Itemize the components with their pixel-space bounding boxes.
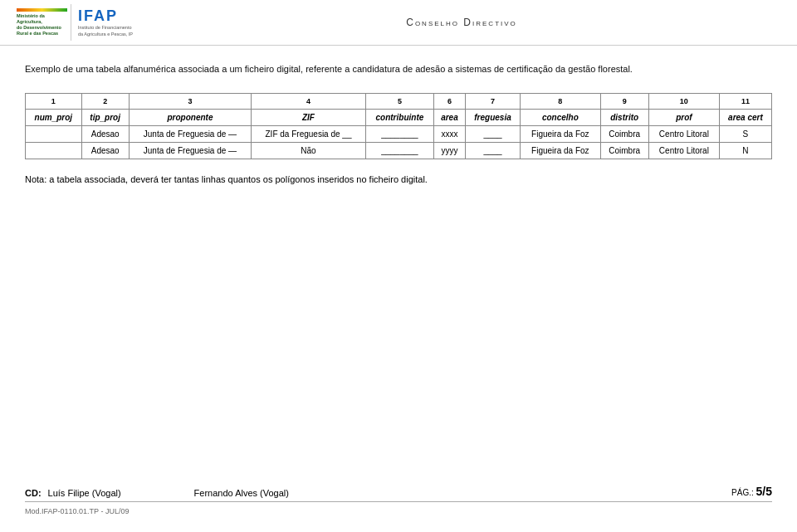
page-title: Conselho Directivo <box>406 17 517 28</box>
cell-distrito-2: Coimbra <box>600 142 648 159</box>
col-num-4: 4 <box>252 93 366 109</box>
cell-concelho-1: Figueira da Foz <box>521 125 600 142</box>
intro-paragraph: Exemplo de uma tabela alfanumérica assoc… <box>25 62 772 76</box>
data-table: 1 2 3 4 5 6 7 8 9 10 11 num_proj tip_pro… <box>25 93 772 159</box>
col-header-contribuinte: contribuinte <box>365 109 433 125</box>
ifap-description: Instituto de Financiamento da Agricultur… <box>78 25 133 37</box>
main-content: Exemplo de uma tabela alfanumérica assoc… <box>0 46 797 194</box>
cell-area-cert-2: N <box>719 142 771 159</box>
page-fraction: 5/5 <box>756 485 772 498</box>
col-num-7: 7 <box>465 93 520 109</box>
cell-area-2: yyyy <box>434 142 466 159</box>
cell-prof-2: Centro Litoral <box>648 142 719 159</box>
col-header-area-cert: area cert <box>719 109 771 125</box>
cell-tip-proj-2: Adesao <box>81 142 129 159</box>
cell-num-proj-1 <box>26 125 82 142</box>
col-header-row: num_proj tip_proj proponente ZIF contrib… <box>26 109 772 125</box>
col-header-freguesia: freguesia <box>465 109 520 125</box>
page-label: PÁG.: <box>731 488 754 497</box>
nota-paragraph: Nota: a tabela associada, deverá ter tan… <box>25 173 772 187</box>
ifap-logo: IFAP Instituto de Financiamento da Agric… <box>71 4 139 41</box>
cell-num-proj-2 <box>26 142 82 159</box>
col-num-8: 8 <box>521 93 600 109</box>
col-number-row: 1 2 3 4 5 6 7 8 9 10 11 <box>26 93 772 109</box>
col-header-prof: prof <box>648 109 719 125</box>
ifap-label: IFAP <box>78 7 133 25</box>
table-container: 1 2 3 4 5 6 7 8 9 10 11 num_proj tip_pro… <box>25 93 772 159</box>
col-num-6: 6 <box>434 93 466 109</box>
col-header-tip-proj: tip_proj <box>81 109 129 125</box>
col-num-5: 5 <box>365 93 433 109</box>
footer-person1: Luís Filipe (Vogal) <box>48 488 121 498</box>
cell-proponente-1: Junta de Freguesia de — <box>129 125 252 142</box>
table-row: Adesao Junta de Freguesia de — ZIF da Fr… <box>26 125 772 142</box>
page-info: PÁG.: 5/5 <box>731 485 772 498</box>
col-header-area: area <box>434 109 466 125</box>
agri-logo: Ministério da Agricultura, do Desenvolvi… <box>13 4 71 41</box>
cell-zif-2: Não <box>252 142 366 159</box>
cell-distrito-1: Coimbra <box>600 125 648 142</box>
cell-prof-1: Centro Litoral <box>648 125 719 142</box>
col-num-10: 10 <box>648 93 719 109</box>
col-num-11: 11 <box>719 93 771 109</box>
cell-zif-1: ZIF da Freguesia de __ <box>252 125 366 142</box>
col-num-3: 3 <box>129 93 252 109</box>
footer: CD: Luís Filipe (Vogal) Fernando Alves (… <box>0 485 797 515</box>
cell-contribuinte-1: ________ <box>365 125 433 142</box>
col-header-num-proj: num_proj <box>26 109 82 125</box>
cell-contribuinte-2: ________ <box>365 142 433 159</box>
cell-tip-proj-1: Adesao <box>81 125 129 142</box>
header: Ministério da Agricultura, do Desenvolvi… <box>0 0 797 46</box>
header-center: Conselho Directivo <box>139 17 784 28</box>
cell-area-cert-1: S <box>719 125 771 142</box>
logo-area: Ministério da Agricultura, do Desenvolvi… <box>13 4 139 41</box>
cell-area-1: xxxx <box>434 125 466 142</box>
col-num-1: 1 <box>26 93 82 109</box>
col-num-9: 9 <box>600 93 648 109</box>
cell-proponente-2: Junta de Freguesia de — <box>129 142 252 159</box>
table-row: Adesao Junta de Freguesia de — Não _____… <box>26 142 772 159</box>
cell-concelho-2: Figueira da Foz <box>521 142 600 159</box>
mod-reference: Mod.IFAP-0110.01.TP - JUL/09 <box>25 507 129 515</box>
col-header-distrito: distrito <box>600 109 648 125</box>
cd-label: CD: <box>25 488 42 498</box>
col-header-proponente: proponente <box>129 109 252 125</box>
col-header-zif: ZIF <box>252 109 366 125</box>
footer-person2: Fernando Alves (Vogal) <box>194 488 289 498</box>
cell-freguesia-2: ____ <box>465 142 520 159</box>
color-bar <box>17 8 67 12</box>
agri-text: Ministério da Agricultura, do Desenvolvi… <box>17 13 67 37</box>
col-header-concelho: concelho <box>521 109 600 125</box>
col-num-2: 2 <box>81 93 129 109</box>
cell-freguesia-1: ____ <box>465 125 520 142</box>
